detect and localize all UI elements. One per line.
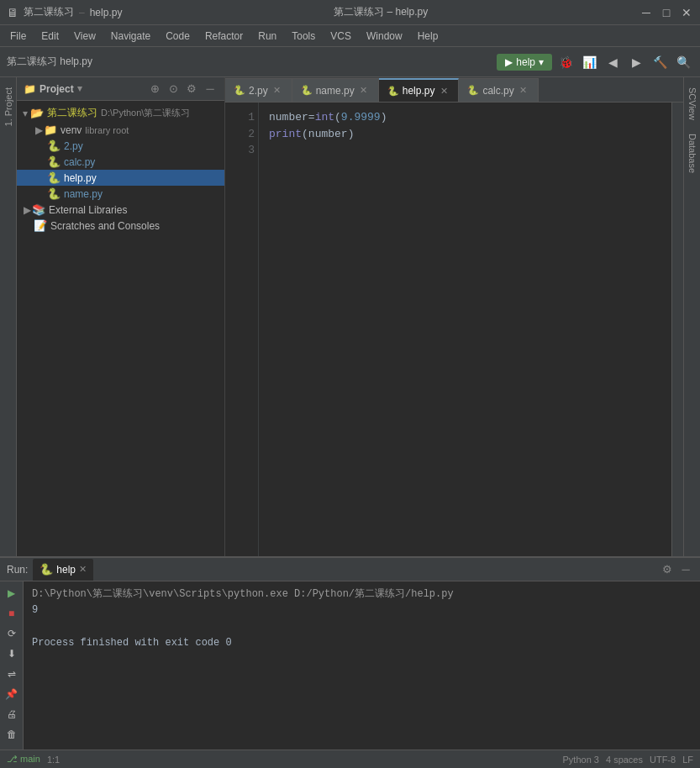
root-folder-icon: 📂 xyxy=(30,107,44,119)
title-file: help.py xyxy=(90,7,123,18)
tree-root-folder[interactable]: ▾ 📂 第二课练习 D:\Python\第二课练习 xyxy=(17,104,224,122)
bottom-content: ▶ ■ ⟳ ⬇ ⇌ 📌 🖨 🗑 D:\Python\第二课练习\venv\Scr… xyxy=(0,581,700,750)
bottom-settings-icon[interactable]: ⚙ xyxy=(660,562,675,577)
line-numbers: 1 2 3 xyxy=(225,103,259,556)
toolbar-forward-button[interactable]: ▶ xyxy=(626,52,646,72)
search-everywhere-button[interactable]: 🔍 xyxy=(673,52,693,72)
run-coverage-button[interactable]: 📊 xyxy=(579,52,599,72)
toolbar-build-button[interactable]: 🔨 xyxy=(650,52,670,72)
menu-tools[interactable]: Tools xyxy=(285,29,322,44)
menu-navigate[interactable]: Navigate xyxy=(104,29,157,44)
status-spaces[interactable]: 4 spaces xyxy=(606,755,643,765)
output-result: 9 xyxy=(32,602,692,618)
app-logo: 🖥 xyxy=(7,6,18,19)
project-tab-label[interactable]: 1. Project xyxy=(2,81,15,133)
title-sep: – xyxy=(79,7,85,18)
menu-help[interactable]: Help xyxy=(411,29,445,44)
bottom-tabs-bar: Run: 🐍 help ✕ ⚙ ─ xyxy=(0,558,700,581)
tree-external-libs[interactable]: ▶ 📚 External Libraries xyxy=(17,202,224,218)
tree-venv[interactable]: ▶ 📁 venv library root xyxy=(17,122,224,138)
file-calcpy-icon: 🐍 xyxy=(47,155,61,168)
toolbar-back-button[interactable]: ◀ xyxy=(603,52,623,72)
menu-run[interactable]: Run xyxy=(251,29,283,44)
status-git[interactable]: ⎇ main xyxy=(7,754,40,765)
right-tab-database[interactable]: Database xyxy=(686,127,699,180)
venv-arrow: ▶ xyxy=(34,124,44,136)
run-resume-button[interactable]: ▶ xyxy=(3,585,20,602)
print-button[interactable]: 🖨 xyxy=(3,706,20,723)
maximize-button[interactable]: □ xyxy=(660,6,673,19)
bottom-tab-run[interactable]: 🐍 help ✕ xyxy=(33,559,93,581)
num-literal: 9.9999 xyxy=(341,111,381,124)
editor-area: 🐍 2.py ✕ 🐍 name.py ✕ 🐍 help.py ✕ 🐍 calc.… xyxy=(225,77,683,556)
code-line-1: number=int(9.9999) xyxy=(269,109,661,126)
title-bar-center: 第二课练习 – help.py xyxy=(334,5,428,19)
bottom-tab-right: ⚙ ─ xyxy=(660,562,693,577)
status-lf[interactable]: LF xyxy=(682,755,693,765)
tab-2py-close[interactable]: ✕ xyxy=(271,85,283,97)
panel-header-left: 📁 Project ▾ xyxy=(24,83,82,95)
tab-helppy[interactable]: 🐍 help.py ✕ xyxy=(379,78,460,102)
code-content[interactable]: number=int(9.9999) print(number) xyxy=(259,103,671,556)
tree-file-helppy[interactable]: 🐍 help.py xyxy=(17,170,224,186)
menu-vcs[interactable]: VCS xyxy=(324,29,358,44)
title-bar-right: ─ □ ✕ xyxy=(639,6,693,19)
code-editor[interactable]: 1 2 3 number=int(9.9999) print(number) xyxy=(225,103,683,556)
status-bar: ⎇ main 1:1 Python 3 4 spaces UTF-8 LF xyxy=(0,750,700,768)
run-icon: ▶ xyxy=(505,56,513,68)
tab-helppy-label: help.py xyxy=(403,85,435,97)
soft-wrap-button[interactable]: ⇌ xyxy=(3,665,20,682)
tab-calcpy-close[interactable]: ✕ xyxy=(518,85,529,97)
project-dropdown-icon[interactable]: ▾ xyxy=(77,83,82,94)
tab-helppy-icon: 🐍 xyxy=(387,86,399,97)
status-position: 1:1 xyxy=(47,755,60,765)
tree-file-namepy[interactable]: 🐍 name.py xyxy=(17,186,224,202)
run-tab-close[interactable]: ✕ xyxy=(79,564,87,575)
menu-bar: File Edit View Navigate Code Refactor Ru… xyxy=(0,25,700,47)
tab-2py-icon: 🐍 xyxy=(234,85,245,96)
run-button[interactable]: ▶ help ▾ xyxy=(497,54,552,71)
bottom-collapse-icon[interactable]: ─ xyxy=(678,562,693,577)
panel-scroll-icon[interactable]: ⊙ xyxy=(166,82,181,97)
run-tab-label: help xyxy=(56,564,76,576)
panel-settings-icon[interactable]: ⚙ xyxy=(184,82,199,97)
tab-2py-label: 2.py xyxy=(249,85,268,97)
title-project: 第二课练习 xyxy=(24,5,74,19)
tree-scratches[interactable]: 📝 Scratches and Consoles xyxy=(17,218,224,234)
menu-window[interactable]: Window xyxy=(360,29,409,44)
menu-refactor[interactable]: Refactor xyxy=(198,29,250,44)
output-blank xyxy=(32,618,692,634)
close-button[interactable]: ✕ xyxy=(680,6,693,19)
scroll-to-end-button[interactable]: ⬇ xyxy=(3,645,20,662)
tab-namepy[interactable]: 🐍 name.py ✕ xyxy=(292,78,379,102)
menu-view[interactable]: View xyxy=(67,29,103,44)
rerun-button[interactable]: ⟳ xyxy=(3,625,20,642)
minimize-button[interactable]: ─ xyxy=(639,6,653,19)
tab-helppy-close[interactable]: ✕ xyxy=(438,85,450,97)
run-stop-button[interactable]: ■ xyxy=(3,605,20,622)
status-python[interactable]: Python 3 xyxy=(563,755,599,765)
venv-sub-label: library root xyxy=(85,125,129,135)
file-helppy-label: help.py xyxy=(64,172,97,184)
tree-file-calcpy[interactable]: 🐍 calc.py xyxy=(17,154,224,170)
menu-edit[interactable]: Edit xyxy=(34,29,66,44)
tab-2py[interactable]: 🐍 2.py ✕ xyxy=(225,78,292,102)
clear-button[interactable]: 🗑 xyxy=(3,726,20,743)
ext-label: External Libraries xyxy=(49,204,127,216)
status-encoding[interactable]: UTF-8 xyxy=(650,755,676,765)
right-tab-scview[interactable]: SCView xyxy=(686,81,699,127)
tab-calcpy[interactable]: 🐍 calc.py ✕ xyxy=(459,78,538,102)
menu-code[interactable]: Code xyxy=(159,29,197,44)
file-2py-icon: 🐍 xyxy=(47,139,61,152)
tab-namepy-close[interactable]: ✕ xyxy=(358,85,370,97)
file-helppy-icon: 🐍 xyxy=(47,171,61,184)
debug-button[interactable]: 🐞 xyxy=(555,52,576,72)
menu-file[interactable]: File xyxy=(3,29,33,44)
panel-collapse-icon[interactable]: ─ xyxy=(203,82,218,97)
pin-tab-button[interactable]: 📌 xyxy=(3,686,20,702)
var-number2: number xyxy=(308,128,348,140)
window-title: 第二课练习 – help.py xyxy=(334,6,428,18)
tree-file-2py[interactable]: 🐍 2.py xyxy=(17,138,224,154)
panel-new-icon[interactable]: ⊕ xyxy=(147,82,162,97)
file-namepy-label: name.py xyxy=(64,188,103,200)
